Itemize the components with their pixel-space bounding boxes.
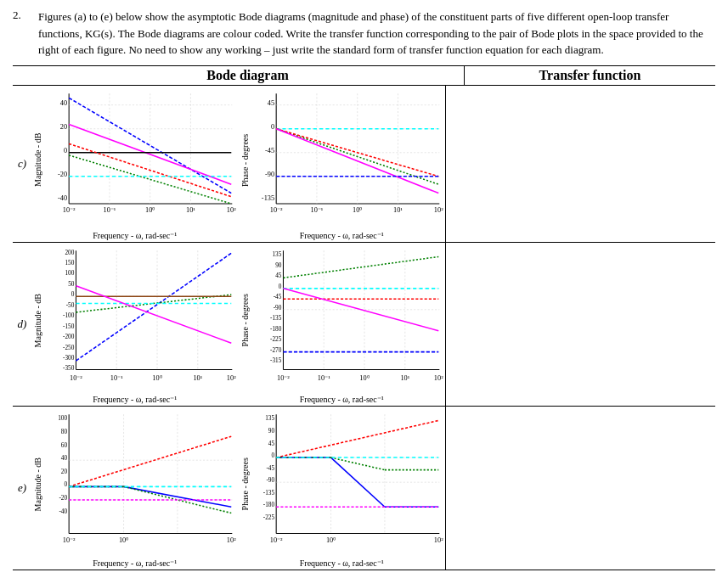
y-label-mag-e: Magnitude - dB — [33, 410, 42, 558]
svg-text:10⁰: 10⁰ — [152, 373, 161, 381]
svg-text:10⁰: 10⁰ — [359, 373, 369, 381]
svg-text:60: 60 — [61, 441, 68, 448]
svg-text:-225: -225 — [262, 514, 274, 521]
svg-text:10⁰: 10⁰ — [325, 536, 335, 544]
phase-svg-c: 45 0 -45 -90 -135 10⁻² 10⁻¹ — [250, 89, 444, 222]
phase-plot-d: Phase - degrees 135 90 45 0 -45 — [239, 243, 446, 406]
phase-plot-c: Phase - degrees 45 0 -45 -90 -135 — [239, 86, 446, 242]
svg-text:135: 135 — [265, 415, 274, 422]
svg-text:0: 0 — [271, 452, 274, 459]
svg-text:90: 90 — [275, 261, 282, 268]
magnitude-plot-c: Magnitude - dB 40 20 0 -20 — [31, 86, 239, 242]
question-number: 2. — [13, 8, 38, 59]
phase-plot-e: Phase - degrees 135 90 45 0 -45 — [239, 407, 446, 570]
svg-text:10⁻¹: 10⁻¹ — [104, 206, 116, 214]
svg-text:10²: 10² — [227, 536, 236, 544]
phase-area-d: 135 90 45 0 -45 -90 -135 -180 -225 -270 — [250, 246, 444, 395]
transfer-area-e — [446, 407, 715, 570]
phase-svg-d: 135 90 45 0 -45 -90 -135 -180 -225 -270 — [250, 246, 444, 391]
row-e: e) Magnitude - dB 100 80 — [13, 407, 715, 570]
svg-text:10⁻²: 10⁻² — [63, 206, 76, 214]
svg-text:-45: -45 — [266, 465, 274, 472]
svg-text:10⁻²: 10⁻² — [70, 373, 82, 381]
svg-text:10⁻²: 10⁻² — [269, 536, 282, 544]
phase-area-c: 45 0 -45 -90 -135 10⁻² 10⁻¹ — [250, 89, 444, 231]
svg-line-72 — [76, 253, 231, 361]
svg-text:20: 20 — [60, 122, 67, 130]
svg-text:10⁻¹: 10⁻¹ — [110, 373, 123, 381]
svg-text:10¹: 10¹ — [186, 206, 195, 214]
mag-area-d: 200 150 100 50 0 -50 -100 -150 -200 -250 — [42, 246, 237, 395]
svg-text:-135: -135 — [262, 490, 274, 497]
magnitude-plot-d: Magnitude - dB 200 150 100 50 0 — [31, 243, 239, 406]
question-text: Figures (a) to (e) below show the asympt… — [38, 8, 715, 59]
svg-text:10⁻¹: 10⁻¹ — [317, 373, 330, 381]
y-label-mag-c: Magnitude - dB — [33, 89, 42, 231]
page: 2. Figures (a) to (e) below show the asy… — [0, 0, 728, 578]
svg-text:10⁰: 10⁰ — [145, 206, 155, 214]
svg-text:40: 40 — [60, 98, 67, 106]
svg-text:-180: -180 — [270, 325, 282, 332]
bode-plots-e: Magnitude - dB 100 80 60 40 20 — [31, 407, 446, 570]
svg-text:10⁰: 10⁰ — [353, 206, 362, 214]
row-c: c) Magnitude - dB 40 20 — [13, 86, 715, 243]
svg-text:-20: -20 — [58, 170, 67, 177]
bode-plots-d: Magnitude - dB 200 150 100 50 0 — [31, 243, 446, 406]
svg-line-149 — [276, 420, 438, 457]
svg-text:10⁻²: 10⁻² — [277, 373, 290, 381]
svg-text:-90: -90 — [265, 170, 274, 177]
svg-text:-100: -100 — [63, 312, 75, 319]
y-label-mag-d: Magnitude - dB — [33, 246, 42, 395]
svg-text:10⁻²: 10⁻² — [269, 206, 282, 214]
svg-text:-90: -90 — [273, 304, 281, 311]
svg-text:-300: -300 — [63, 354, 75, 361]
svg-text:-350: -350 — [63, 365, 75, 372]
svg-text:-40: -40 — [58, 194, 67, 201]
y-label-phase-d: Phase - degrees — [240, 246, 250, 395]
svg-text:0: 0 — [64, 481, 67, 488]
row-label-c: c) — [13, 86, 31, 242]
y-label-phase-e: Phase - degrees — [240, 410, 250, 558]
svg-text:10¹: 10¹ — [400, 373, 409, 381]
svg-text:10⁻¹: 10⁻¹ — [310, 206, 323, 214]
mag-area-c: 40 20 0 -20 -40 — [42, 89, 237, 231]
svg-text:-180: -180 — [262, 502, 274, 508]
svg-text:45: 45 — [267, 98, 274, 106]
svg-text:10²: 10² — [433, 536, 443, 544]
svg-text:20: 20 — [61, 469, 68, 475]
svg-text:10⁻²: 10⁻² — [63, 536, 76, 544]
svg-text:40: 40 — [61, 455, 68, 462]
rows-container: c) Magnitude - dB 40 20 — [13, 85, 715, 571]
svg-text:10²: 10² — [227, 206, 236, 214]
svg-text:135: 135 — [272, 251, 281, 258]
svg-text:-270: -270 — [270, 346, 282, 353]
svg-text:-135: -135 — [261, 194, 274, 201]
row-label-e: e) — [13, 407, 31, 570]
svg-text:200: 200 — [65, 250, 74, 256]
question-header: 2. Figures (a) to (e) below show the asy… — [13, 8, 715, 59]
row-label-d: d) — [13, 243, 31, 406]
svg-text:100: 100 — [65, 270, 74, 277]
mag-svg-d: 200 150 100 50 0 -50 -100 -150 -200 -250 — [42, 246, 237, 391]
svg-text:-135: -135 — [270, 315, 282, 322]
svg-text:100: 100 — [58, 415, 67, 422]
svg-text:-90: -90 — [266, 477, 274, 484]
svg-text:10¹: 10¹ — [393, 206, 403, 214]
mag-svg-e: 100 80 60 40 20 0 -20 -40 — [42, 410, 237, 555]
svg-text:-45: -45 — [273, 294, 281, 300]
svg-text:10²: 10² — [227, 373, 236, 381]
svg-text:0: 0 — [270, 122, 274, 130]
svg-text:10⁰: 10⁰ — [119, 536, 128, 544]
svg-text:-200: -200 — [63, 334, 75, 340]
svg-text:80: 80 — [61, 429, 68, 435]
svg-text:-20: -20 — [59, 495, 67, 502]
x-label-mag-e: Frequency - ω, rad-sec⁻¹ — [33, 558, 237, 568]
svg-text:90: 90 — [268, 428, 274, 435]
col-transfer-header: Transfer function — [465, 66, 715, 85]
svg-text:-250: -250 — [63, 344, 75, 351]
column-headers: Bode diagram Transfer function — [13, 65, 715, 85]
col-bode-header: Bode diagram — [31, 66, 465, 85]
svg-text:-225: -225 — [270, 336, 282, 343]
svg-text:45: 45 — [275, 272, 282, 279]
phase-area-e: 135 90 45 0 -45 -90 -135 -180 -225 — [250, 410, 444, 558]
